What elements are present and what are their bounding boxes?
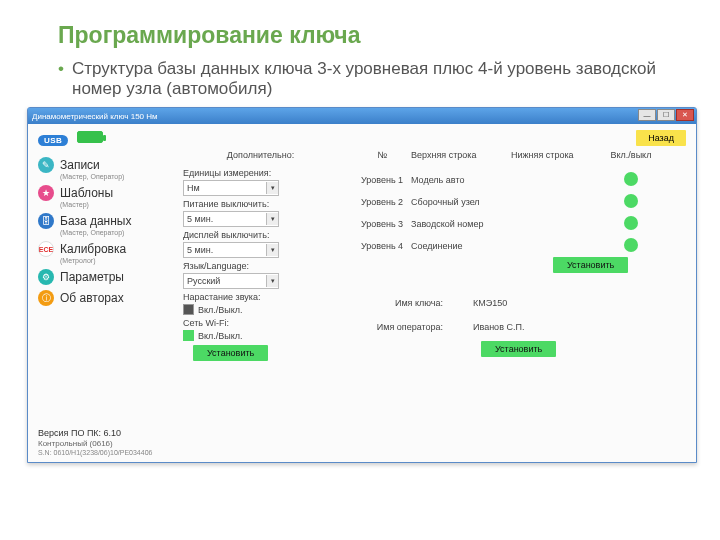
lang-select[interactable]: Русский▾	[183, 273, 279, 289]
level-row: Уровень 2 Сборочный узел	[353, 191, 693, 213]
sidebar-item-label: База данных	[60, 214, 131, 228]
level-toggle[interactable]	[624, 238, 638, 252]
params-icon: ⚙	[38, 269, 54, 285]
level-toggle[interactable]	[624, 194, 638, 208]
sidebar-item-label: Параметры	[60, 270, 124, 284]
level-row: Уровень 3 Заводской номер	[353, 213, 693, 235]
sidebar-item-templates[interactable]: ★ Шаблоны	[38, 182, 168, 201]
sidebar-item-label: Записи	[60, 158, 100, 172]
sidebar-role: (Метролог)	[38, 257, 168, 266]
units-value: Нм	[187, 183, 200, 193]
level-num: Уровень 4	[353, 241, 411, 251]
wifi-label: Сеть Wi-Fi:	[183, 318, 338, 328]
chk-text: Вкл./Выкл.	[198, 305, 243, 315]
app-window: Динамометрический ключ 150 Нм — ☐ ✕ USB …	[27, 107, 697, 463]
keyname-value: КМЭ150	[473, 298, 507, 308]
poweroff-label: Питание выключить:	[183, 199, 338, 209]
names-panel: Имя ключа: КМЭ150 Имя оператора: Иванов …	[353, 291, 693, 357]
levels-header: № Верхняя строка Нижняя строка Вкл./выкл	[353, 150, 693, 160]
level-row: Уровень 4 Соединение	[353, 235, 693, 257]
hdr-sw: Вкл./выкл	[601, 150, 661, 160]
about-icon: ⓘ	[38, 290, 54, 306]
additional-panel: Дополнительно: Единицы измерения: Нм▾ Пи…	[183, 150, 338, 361]
operator-label: Имя оператора:	[353, 322, 473, 332]
close-button[interactable]: ✕	[676, 109, 694, 121]
sidebar-item-database[interactable]: 🗄 База данных	[38, 210, 168, 229]
slide-bullet: Структура базы данных ключа 3-х уровнева…	[0, 59, 720, 107]
sidebar-item-calibration[interactable]: ECE Калибровка	[38, 238, 168, 257]
wifi-checkbox[interactable]	[183, 330, 194, 341]
additional-set-button[interactable]: Установить	[193, 345, 268, 361]
level-toggle[interactable]	[624, 216, 638, 230]
hdr-top: Верхняя строка	[411, 150, 511, 160]
lang-value: Русский	[187, 276, 220, 286]
sidebar-role: (Мастер, Оператор)	[38, 173, 168, 182]
templates-icon: ★	[38, 185, 54, 201]
minimize-button[interactable]: —	[638, 109, 656, 121]
displayoff-label: Дисплей выключить:	[183, 230, 338, 240]
window-controls: — ☐ ✕	[638, 109, 694, 121]
chevron-down-icon: ▾	[266, 275, 278, 287]
back-button[interactable]: Назад	[636, 130, 686, 146]
units-select[interactable]: Нм▾	[183, 180, 279, 196]
maximize-button[interactable]: ☐	[657, 109, 675, 121]
records-icon: ✎	[38, 157, 54, 173]
poweroff-select[interactable]: 5 мин.▾	[183, 211, 279, 227]
sidebar-item-label: Об авторах	[60, 291, 124, 305]
level-top: Сборочный узел	[411, 197, 511, 207]
sidebar-item-label: Шаблоны	[60, 186, 113, 200]
names-set-button[interactable]: Установить	[481, 341, 556, 357]
chevron-down-icon: ▾	[266, 213, 278, 225]
displayoff-value: 5 мин.	[187, 245, 213, 255]
calibration-icon: ECE	[38, 241, 54, 257]
sidebar-role: (Мастер)	[38, 201, 168, 210]
footer: Версия ПО ПК: 6.10 Контрольный (0616) S.…	[38, 428, 152, 456]
level-top: Заводской номер	[411, 219, 511, 229]
displayoff-select[interactable]: 5 мин.▾	[183, 242, 279, 258]
window-title: Динамометрический ключ 150 Нм	[32, 112, 158, 121]
usb-badge: USB	[38, 135, 68, 146]
levels-panel: № Верхняя строка Нижняя строка Вкл./выкл…	[353, 150, 693, 357]
level-top: Модель авто	[411, 175, 511, 185]
lang-label: Язык/Language:	[183, 261, 338, 271]
level-num: Уровень 1	[353, 175, 411, 185]
level-num: Уровень 3	[353, 219, 411, 229]
sidebar-item-records[interactable]: ✎ Записи	[38, 154, 168, 173]
slide-title: Программирование ключа	[0, 0, 720, 59]
level-top: Соединение	[411, 241, 511, 251]
battery-icon	[77, 131, 103, 143]
sound-checkbox[interactable]	[183, 304, 194, 315]
operator-value: Иванов С.П.	[473, 322, 524, 332]
sidebar-item-about[interactable]: ⓘ Об авторах	[38, 287, 168, 306]
database-icon: 🗄	[38, 213, 54, 229]
additional-header: Дополнительно:	[183, 150, 338, 160]
window-titlebar: Динамометрический ключ 150 Нм — ☐ ✕	[28, 108, 696, 124]
version-line: Версия ПО ПК: 6.10	[38, 428, 152, 438]
level-num: Уровень 2	[353, 197, 411, 207]
sidebar-item-label: Калибровка	[60, 242, 126, 256]
hdr-bot: Нижняя строка	[511, 150, 601, 160]
chevron-down-icon: ▾	[266, 244, 278, 256]
app-topbar: USB Назад	[28, 124, 696, 152]
keyname-label: Имя ключа:	[353, 298, 473, 308]
levels-set-button[interactable]: Установить	[553, 257, 628, 273]
sidebar-role: (Мастер, Оператор)	[38, 229, 168, 238]
level-row: Уровень 1 Модель авто	[353, 169, 693, 191]
sidebar-item-params[interactable]: ⚙ Параметры	[38, 266, 168, 285]
hdr-num: №	[353, 150, 411, 160]
chk-text: Вкл./Выкл.	[198, 331, 243, 341]
chevron-down-icon: ▾	[266, 182, 278, 194]
serial-number: S.N: 0610/H1(3238/06)10/PE034406	[38, 449, 152, 456]
sidebar: ✎ Записи (Мастер, Оператор) ★ Шаблоны (М…	[38, 154, 168, 306]
level-toggle[interactable]	[624, 172, 638, 186]
version-sub: Контрольный (0616)	[38, 439, 152, 448]
units-label: Единицы измерения:	[183, 168, 338, 178]
sound-label: Нарастание звука:	[183, 292, 338, 302]
poweroff-value: 5 мин.	[187, 214, 213, 224]
